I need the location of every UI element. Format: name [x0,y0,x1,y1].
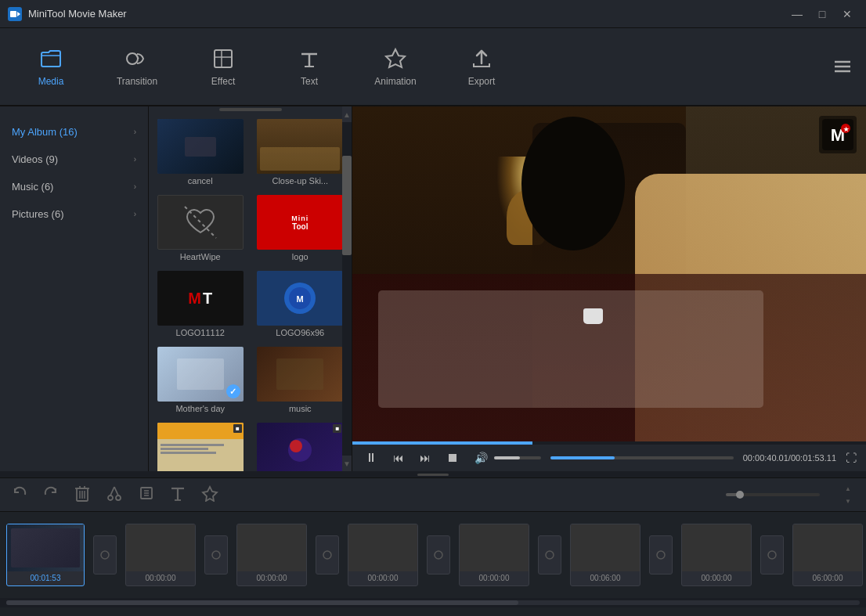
list-item[interactable]: M LOGO96x96 [252,268,349,340]
clip-time-label: 00:00:00 [368,574,399,582]
svg-point-20 [290,440,302,452]
transition-icon [124,46,150,71]
svg-text:M: M [297,294,304,304]
progress-bar[interactable] [550,456,734,459]
forward-button[interactable]: ⏭ [417,450,434,466]
preview-logo: M ★ [819,116,857,153]
clip-time-label: 00:06:00 [590,574,621,582]
timeline-clip[interactable]: 00:00:00 [348,524,418,586]
toolbar-effect-label: Effect [211,76,235,87]
volume-button[interactable]: 🔊 [471,450,491,466]
media-item-label: music [289,404,312,413]
pause-button[interactable]: ⏸ [362,449,381,467]
media-item-label: Mother's day [175,404,225,413]
text-button[interactable] [170,485,186,506]
menu-button[interactable] [827,51,858,82]
timeline-transition [423,524,454,586]
svg-point-46 [323,551,331,559]
export-icon [469,46,494,71]
svg-point-32 [108,495,113,500]
timeline-clip[interactable]: 00:00:00 [125,524,196,586]
toolbar-animation-label: Animation [374,76,416,87]
timeline-clip[interactable]: 00:00:00 [236,524,307,586]
redo-icon [43,485,59,501]
toolbar-item-export[interactable]: Export [438,31,525,102]
toolbar-item-transition[interactable]: Transition [94,31,180,102]
list-item[interactable]: ■ [252,420,349,471]
timeline-clip[interactable]: 06:00:00 [792,524,863,586]
timeline-clip[interactable]: 00:00:00 [459,524,529,586]
svg-rect-1 [10,11,16,17]
clip-time-label: 06:00:00 [813,574,843,582]
sidebar-videos-label: Videos (9) [12,153,58,165]
playback-controls: ⏸ ⏮ ⏭ ⏹ 🔊 00:00:40.01/00:01:53.11 ⛶ [352,445,866,471]
timeline-clip[interactable]: 00:00:00 [681,524,752,586]
sidebar-item-music[interactable]: Music (6) › [0,173,148,200]
close-button[interactable]: ✕ [836,5,858,23]
list-item[interactable]: ■ [152,420,249,471]
timeline: 00:01:53 00:00:00 00:00:00 00:00:00 [0,512,866,616]
timeline-scroll-up[interactable]: ▲ [842,483,854,494]
delete-button[interactable] [74,485,90,506]
stop-button[interactable]: ⏹ [443,449,462,467]
timeline-scroll-down[interactable]: ▼ [842,495,854,506]
volume-slider[interactable] [494,456,541,459]
svg-point-50 [768,551,776,559]
list-item[interactable]: MT LOGO11112 [152,268,249,340]
media-scrollbar[interactable]: ▲ ▼ [342,106,352,471]
sidebar-my-album-label: My Album (16) [12,126,78,138]
sidebar-item-pictures[interactable]: Pictures (6) › [0,200,148,228]
crop-button[interactable] [139,485,154,505]
toolbar-item-media[interactable]: Media [8,31,94,102]
sidebar-item-my-album[interactable]: My Album (16) › [0,118,148,146]
svg-point-47 [435,551,442,559]
text-tl-icon [170,485,186,502]
delete-icon [74,485,90,502]
svg-line-35 [114,487,118,495]
list-item[interactable]: Close-up Ski... [252,116,349,189]
toolbar-item-text[interactable]: Text [266,31,352,102]
svg-rect-5 [215,50,232,67]
titlebar: MiniTool Movie Maker — □ ✕ [0,0,866,28]
effect-tl-icon [201,485,218,502]
timeline-transition [312,524,343,586]
timeline-clip[interactable]: 00:06:00 [570,524,640,586]
list-item[interactable]: music [252,344,349,416]
timeline-scrollbar[interactable] [0,598,866,607]
chevron-right-icon: › [134,182,136,191]
toolbar-item-animation[interactable]: Animation [352,31,438,102]
main-area: My Album (16) › Videos (9) › Music (6) ›… [0,106,866,471]
undo-button[interactable] [12,485,27,505]
list-item[interactable]: ✓ Mother's day [152,344,249,416]
maximize-button[interactable]: □ [811,5,833,23]
list-item[interactable]: Mini Tool logo [252,192,349,265]
effect-tl-button[interactable] [201,485,218,506]
preview-video: M ★ [352,106,866,441]
app-title: MiniTool Movie Maker [28,8,786,20]
redo-button[interactable] [43,485,59,505]
fullscreen-button[interactable]: ⛶ [846,452,857,464]
cut-button[interactable] [106,485,123,506]
list-item[interactable]: HeartWipe [152,192,249,265]
svg-point-48 [546,551,554,559]
list-item[interactable]: cancel [152,116,249,189]
timeline-clip[interactable]: 00:01:53 [6,524,85,586]
minimize-button[interactable]: — [786,5,808,23]
svg-marker-11 [386,49,405,67]
timeline-transition [89,524,121,586]
media-grid: cancel Close-up Ski... [149,113,352,471]
media-item-label: LOGO11112 [176,328,225,337]
toolbar-media-label: Media [38,76,64,87]
sidebar-item-videos[interactable]: Videos (9) › [0,146,148,173]
scroll-up-button[interactable]: ▲ [342,106,352,122]
scroll-down-button[interactable]: ▼ [342,456,352,471]
selected-checkmark: ✓ [226,384,240,398]
toolbar-item-effect[interactable]: Effect [180,31,266,102]
clip-time-label: 00:00:00 [257,574,287,582]
rewind-button[interactable]: ⏮ [390,450,407,466]
timeline-scroll-area[interactable]: 00:01:53 00:00:00 00:00:00 00:00:00 [0,512,866,598]
chevron-right-icon: › [134,128,136,136]
svg-point-33 [116,495,121,500]
folder-icon [38,46,63,71]
zoom-slider[interactable] [726,493,820,496]
